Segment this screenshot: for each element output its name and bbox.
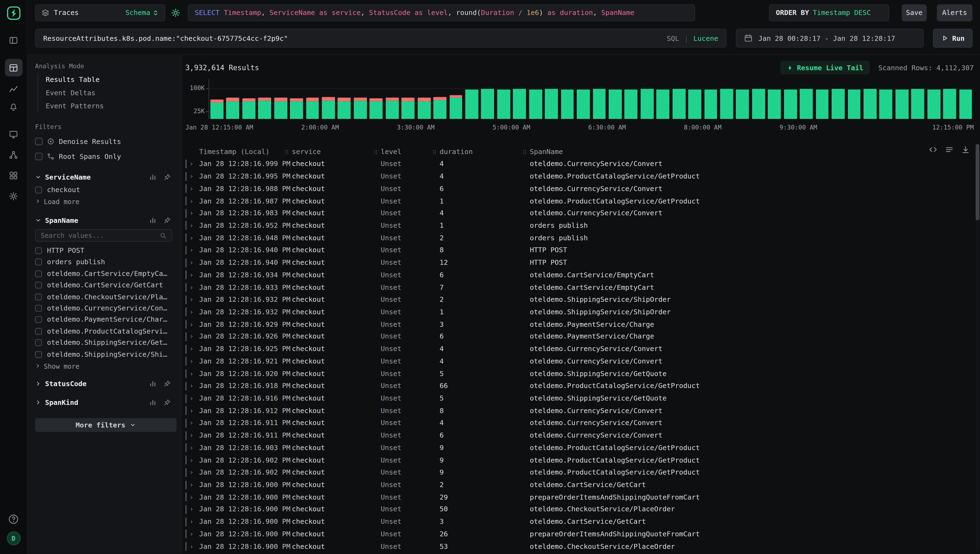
histogram-bar[interactable] xyxy=(943,79,956,119)
nav-chart-icon[interactable] xyxy=(5,81,22,96)
histogram-bar[interactable] xyxy=(927,79,940,119)
table-row[interactable]: ›Jan 28 12:28:16.925 PMcheckoutUnset4ote… xyxy=(185,343,965,355)
facet-value[interactable]: oteldemo.PaymentService/Char… xyxy=(35,314,175,325)
column-header-duration[interactable]: duration xyxy=(440,148,530,156)
scrollbar[interactable] xyxy=(976,143,980,551)
lang-sql-option[interactable]: SQL xyxy=(667,34,679,42)
scrollbar-thumb[interactable] xyxy=(976,144,980,220)
order-by-editor[interactable]: ORDER BY Timestamp DESC xyxy=(769,4,889,21)
table-row[interactable]: ›Jan 28 12:28:16.987 PMcheckoutUnset1ote… xyxy=(185,195,965,207)
row-expand-icon[interactable]: › xyxy=(190,395,194,402)
table-row[interactable]: ›Jan 28 12:28:16.912 PMcheckoutUnset8ote… xyxy=(185,404,965,417)
table-row[interactable]: ›Jan 28 12:28:16.902 PMcheckoutUnset9ote… xyxy=(185,466,965,479)
row-expand-icon[interactable]: › xyxy=(190,444,194,451)
table-row[interactable]: ›Jan 28 12:28:16.900 PMcheckoutUnset26pr… xyxy=(185,528,965,540)
load-more-link[interactable]: Load more xyxy=(35,196,175,208)
row-expand-icon[interactable]: › xyxy=(190,296,194,303)
sql-view-icon[interactable] xyxy=(929,145,937,154)
row-expand-icon[interactable]: › xyxy=(190,333,194,340)
histogram-bar[interactable] xyxy=(210,79,223,119)
histogram-bar[interactable] xyxy=(402,79,414,119)
facet-value[interactable]: oteldemo.ShippingService/Shi… xyxy=(35,349,175,360)
histogram-bar[interactable] xyxy=(800,79,813,119)
facet-value[interactable]: oteldemo.CurrencyService/Con… xyxy=(35,302,175,314)
row-expand-icon[interactable]: › xyxy=(190,247,194,253)
checkbox-icon[interactable] xyxy=(35,305,42,312)
row-expand-icon[interactable]: › xyxy=(190,234,194,241)
analysis-mode-event-patterns[interactable]: Event Patterns xyxy=(38,100,174,113)
facet-chart-icon[interactable] xyxy=(149,217,156,224)
table-row[interactable]: ›Jan 28 12:28:16.940 PMcheckoutUnset12HT… xyxy=(185,256,965,269)
checkbox-icon[interactable] xyxy=(35,317,42,323)
row-expand-icon[interactable]: › xyxy=(190,382,194,389)
table-row[interactable]: ›Jan 28 12:28:16.916 PMcheckoutUnset5ote… xyxy=(185,392,965,404)
histogram-bar[interactable] xyxy=(704,79,717,119)
row-expand-icon[interactable]: › xyxy=(190,197,194,204)
facet-value[interactable]: oteldemo.ShippingService/Get… xyxy=(35,337,175,349)
row-expand-icon[interactable]: › xyxy=(190,518,194,525)
resume-live-tail-button[interactable]: Resume Live Tail xyxy=(780,60,870,75)
drag-handle-icon[interactable] xyxy=(373,148,379,155)
table-row[interactable]: ›Jan 28 12:28:16.920 PMcheckoutUnset5ote… xyxy=(185,368,965,380)
table-row[interactable]: ›Jan 28 12:28:16.918 PMcheckoutUnset66ot… xyxy=(185,380,965,392)
table-row[interactable]: ›Jan 28 12:28:16.948 PMcheckoutUnset2ord… xyxy=(185,232,965,244)
source-select[interactable]: Traces Schema xyxy=(35,4,165,21)
table-row[interactable]: ›Jan 28 12:28:16.903 PMcheckoutUnset9ote… xyxy=(185,442,965,454)
row-expand-icon[interactable]: › xyxy=(190,408,194,414)
row-expand-icon[interactable]: › xyxy=(190,321,194,328)
facet-value[interactable]: checkout xyxy=(35,184,175,195)
table-row[interactable]: ›Jan 28 12:28:16.932 PMcheckoutUnset1ote… xyxy=(185,306,965,318)
save-button[interactable]: Save xyxy=(902,4,927,21)
facet-chart-icon[interactable] xyxy=(149,174,156,181)
column-header-spanname[interactable]: SpanName xyxy=(530,148,930,156)
nav-settings-icon[interactable] xyxy=(5,188,22,203)
row-expand-icon[interactable]: › xyxy=(190,432,194,439)
table-row[interactable]: ›Jan 28 12:28:16.932 PMcheckoutUnset2ote… xyxy=(185,294,965,306)
histogram-bar[interactable] xyxy=(258,79,271,119)
checkbox-icon[interactable] xyxy=(35,328,42,335)
histogram-bar[interactable] xyxy=(338,79,351,119)
facet-value[interactable]: orders publish xyxy=(35,256,175,268)
table-row[interactable]: ›Jan 28 12:28:16.995 PMcheckoutUnset4ote… xyxy=(185,170,965,182)
nav-sessions-icon[interactable] xyxy=(5,127,22,142)
denoise-results-toggle[interactable]: Denoise Results xyxy=(35,134,175,149)
nav-service-map-icon[interactable] xyxy=(5,147,22,162)
nav-alerts-icon[interactable] xyxy=(5,99,22,114)
histogram-bar[interactable] xyxy=(736,79,749,119)
table-row[interactable]: ›Jan 28 12:28:16.900 PMcheckoutUnset29pr… xyxy=(185,491,965,503)
row-expand-icon[interactable]: › xyxy=(190,506,194,513)
drag-handle-icon[interactable] xyxy=(432,148,438,155)
histogram-bar[interactable] xyxy=(959,79,972,119)
histogram-bar[interactable] xyxy=(242,79,255,119)
analysis-mode-results-table[interactable]: Results Table xyxy=(38,73,174,86)
histogram-bar[interactable] xyxy=(911,79,924,119)
lang-lucene-option[interactable]: Lucene xyxy=(693,34,718,42)
schema-toggle[interactable]: Schema xyxy=(126,9,159,17)
row-expand-icon[interactable]: › xyxy=(190,284,194,291)
nav-panels-icon[interactable] xyxy=(5,33,22,48)
table-row[interactable]: ›Jan 28 12:28:16.900 PMcheckoutUnset2ote… xyxy=(185,479,965,491)
more-filters-button[interactable]: More filters xyxy=(35,418,177,432)
histogram-bar[interactable] xyxy=(465,79,478,119)
table-row[interactable]: ›Jan 28 12:28:16.911 PMcheckoutUnset6ote… xyxy=(185,429,965,442)
checkbox-icon[interactable] xyxy=(35,247,42,254)
drag-handle-icon[interactable] xyxy=(284,148,290,155)
analysis-mode-event-deltas[interactable]: Event Deltas xyxy=(38,86,174,99)
histogram-bar[interactable] xyxy=(226,79,239,119)
histogram-bar[interactable] xyxy=(449,79,462,119)
checkbox-icon[interactable] xyxy=(35,282,42,289)
row-expand-icon[interactable]: › xyxy=(190,259,194,266)
histogram-bar[interactable] xyxy=(625,79,637,119)
row-settings-icon[interactable] xyxy=(945,145,954,154)
facet-pin-icon[interactable] xyxy=(163,217,171,224)
facet-search-input[interactable]: Search values... xyxy=(35,229,172,242)
histogram-bar[interactable] xyxy=(672,79,685,119)
table-row[interactable]: ›Jan 28 12:28:16.900 PMcheckoutUnset53ot… xyxy=(185,540,965,552)
table-row[interactable]: ›Jan 28 12:28:16.999 PMcheckoutUnset4ote… xyxy=(185,158,965,170)
row-expand-icon[interactable]: › xyxy=(190,543,194,550)
checkbox-icon[interactable] xyxy=(35,186,42,193)
table-row[interactable]: ›Jan 28 12:28:16.900 PMcheckoutUnset3ote… xyxy=(185,516,965,528)
row-expand-icon[interactable]: › xyxy=(190,309,194,315)
histogram-bar[interactable] xyxy=(577,79,590,119)
row-expand-icon[interactable]: › xyxy=(190,494,194,500)
